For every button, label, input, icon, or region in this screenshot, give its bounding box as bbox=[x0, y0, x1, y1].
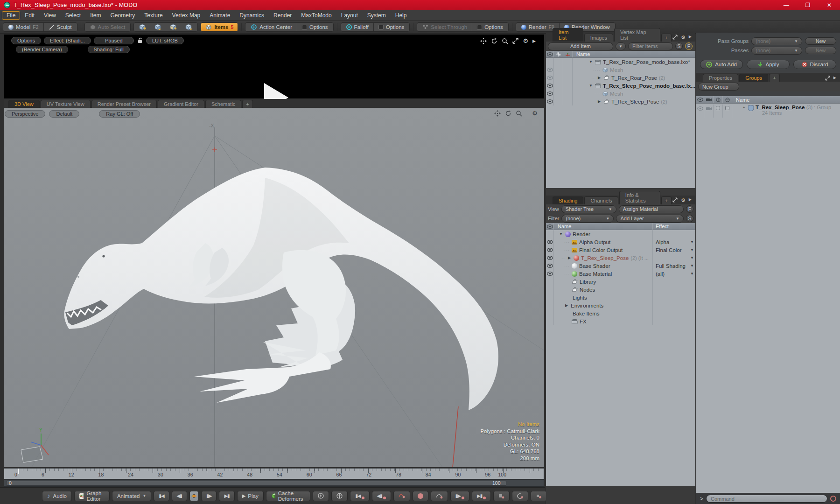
go-start-button[interactable]: ▮◀ bbox=[154, 491, 169, 501]
menu-geometry[interactable]: Geometry bbox=[106, 11, 140, 20]
table-row[interactable]: ···· Mesh bbox=[546, 90, 695, 98]
prev-frame-button[interactable]: ◀▮ bbox=[172, 491, 187, 501]
preview-camera-button[interactable]: (Render Camera) bbox=[16, 46, 68, 53]
rotate-icon[interactable] bbox=[491, 38, 497, 44]
expand-icon[interactable] bbox=[512, 38, 518, 44]
filter-dropdown[interactable]: (none)▼ bbox=[561, 215, 614, 223]
tab-info-statistics[interactable]: Info & Statistics bbox=[619, 191, 660, 204]
timeline-range-bar[interactable]: 0 100 bbox=[4, 479, 544, 487]
eye-icon[interactable] bbox=[547, 272, 553, 276]
raygl-button[interactable]: Ray GL: Off bbox=[99, 110, 140, 118]
falloff-options-button[interactable]: Options bbox=[374, 23, 409, 31]
trex-model[interactable] bbox=[64, 168, 498, 410]
table-row[interactable]: ·· ▶ T_Rex_Sleep_Pose (2) (It ... ▼ bbox=[546, 254, 695, 262]
zoom-icon[interactable] bbox=[516, 110, 522, 117]
effect-dropdown-arrow[interactable]: ▼ bbox=[689, 264, 695, 268]
eye-icon[interactable] bbox=[547, 99, 553, 104]
record-button[interactable] bbox=[413, 491, 428, 501]
table-row[interactable]: ▼ T_Rex_Roar_Pose_modo_base.lxo* bbox=[546, 58, 695, 66]
gear-icon[interactable]: ⚙ bbox=[681, 197, 686, 203]
auto-key-button[interactable] bbox=[431, 491, 448, 501]
menu-dynamics[interactable]: Dynamics bbox=[235, 11, 269, 20]
key-channels-button[interactable] bbox=[393, 491, 410, 501]
passes-dropdown[interactable]: (none)▼ bbox=[751, 47, 802, 55]
expander-closed-icon[interactable]: ▶ bbox=[597, 76, 602, 80]
frame-spinner-icon[interactable]: ◀▶ bbox=[191, 494, 197, 498]
filter-button[interactable]: F bbox=[685, 42, 693, 50]
tab-images[interactable]: Images bbox=[584, 34, 613, 42]
preview-lut-button[interactable]: LUT: sRGB bbox=[146, 37, 184, 44]
new-pass-button[interactable]: New bbox=[805, 47, 836, 54]
table-row[interactable]: ··· Alpha Output Alpha▼ bbox=[546, 238, 695, 246]
range-slider[interactable] bbox=[6, 481, 506, 486]
menu-texture[interactable]: Texture bbox=[140, 11, 167, 20]
panel-arrow-icon[interactable]: ▶ bbox=[689, 197, 692, 203]
view-dropdown[interactable]: Shader Tree▼ bbox=[561, 205, 616, 213]
sculpt-mode-button[interactable]: Sculpt bbox=[44, 23, 76, 31]
preview-paused-button[interactable]: Paused bbox=[94, 37, 134, 44]
select-through-options-button[interactable]: Options bbox=[473, 23, 507, 31]
gear-icon[interactable]: ⚙ bbox=[523, 37, 528, 44]
command-input[interactable] bbox=[706, 495, 827, 503]
menu-view[interactable]: View bbox=[39, 11, 61, 20]
eye-icon[interactable] bbox=[547, 76, 553, 80]
expand-icon[interactable] bbox=[672, 35, 678, 40]
key-rotate-button[interactable] bbox=[512, 491, 528, 501]
select-through-button[interactable]: Select Through bbox=[418, 23, 471, 31]
expander-open-icon[interactable]: ▼ bbox=[588, 60, 593, 64]
perspective-button[interactable]: Perspective bbox=[5, 110, 45, 118]
expander-open-icon[interactable]: ▼ bbox=[559, 232, 563, 236]
expander-closed-icon[interactable]: ▶ bbox=[567, 256, 572, 260]
camera-icon[interactable] bbox=[706, 106, 712, 111]
toggle-checkbox[interactable] bbox=[725, 106, 729, 110]
gear-icon[interactable]: ⚙ bbox=[681, 35, 686, 41]
action-center-button[interactable]: Action Center bbox=[246, 23, 296, 31]
table-row[interactable]: ··· Final Color Output Final Color▼ bbox=[546, 246, 695, 254]
panel-arrow-icon[interactable]: ▶ bbox=[833, 76, 836, 81]
panel-arrow-icon[interactable]: ▶ bbox=[532, 39, 536, 43]
prev-key-button[interactable]: ◀▮ bbox=[372, 491, 391, 501]
group-row[interactable]: + T_Rex_Sleep_Pose (3) : Group 24 Items bbox=[696, 104, 840, 118]
menu-maxtomodo[interactable]: MaxToModo bbox=[296, 11, 336, 20]
tab-add-button[interactable]: + bbox=[661, 196, 672, 204]
tab-render-preset-browser[interactable]: Render Preset Browser bbox=[91, 100, 157, 108]
vertices-mode-button[interactable] bbox=[135, 23, 150, 31]
effect-dropdown-arrow[interactable]: ▼ bbox=[689, 240, 695, 244]
pass-groups-dropdown[interactable]: (none)▼ bbox=[751, 37, 802, 45]
tab-groups[interactable]: Groups bbox=[739, 74, 768, 82]
viewport-3d[interactable]: Y Perspective Default Ray GL: Off ⚙ -X N… bbox=[4, 108, 544, 467]
expand-icon[interactable] bbox=[672, 197, 678, 203]
eye-icon[interactable] bbox=[547, 248, 553, 252]
table-row[interactable]: Bake Items bbox=[546, 309, 695, 317]
edges-mode-button[interactable] bbox=[150, 23, 166, 31]
menu-animate[interactable]: Animate bbox=[205, 11, 235, 20]
auto-add-button[interactable]: Auto Add bbox=[700, 60, 743, 69]
effect-dropdown-arrow[interactable]: ▼ bbox=[689, 272, 695, 276]
prev-keyframe-button[interactable]: ▮◀ bbox=[350, 491, 369, 501]
key-scale-button[interactable] bbox=[531, 491, 547, 501]
next-key-button[interactable]: ▮▶ bbox=[450, 491, 469, 501]
sort-button[interactable]: S bbox=[686, 215, 693, 222]
table-row[interactable]: Library bbox=[546, 278, 695, 286]
macro-record-icon[interactable] bbox=[830, 496, 836, 502]
pan-icon[interactable] bbox=[480, 38, 487, 44]
timeline[interactable]: 06121824303642485460667278849096 100 0 1… bbox=[4, 468, 544, 487]
polygons-mode-button[interactable] bbox=[166, 23, 181, 31]
menu-select[interactable]: Select bbox=[61, 11, 85, 20]
table-row[interactable]: Nodes bbox=[546, 286, 695, 294]
eye-icon[interactable] bbox=[547, 240, 553, 244]
menu-edit[interactable]: Edit bbox=[20, 11, 39, 20]
materials-mode-button[interactable] bbox=[181, 23, 196, 31]
items-mode-button[interactable]: Items 5 bbox=[201, 23, 238, 31]
action-center-options-button[interactable]: Options bbox=[298, 23, 332, 31]
menu-render[interactable]: Render bbox=[269, 11, 296, 20]
panel-arrow-icon[interactable]: ▶ bbox=[689, 35, 692, 41]
expander-closed-icon[interactable]: ▶ bbox=[564, 303, 569, 308]
render-preview-pane[interactable]: Options Effect: (Shadi... Paused LUT: sR… bbox=[4, 35, 544, 98]
tab-add-button[interactable]: + bbox=[769, 74, 779, 82]
table-row[interactable]: Lights bbox=[546, 294, 695, 301]
expander-plus-icon[interactable]: + bbox=[742, 105, 746, 110]
discard-button[interactable]: Discard bbox=[793, 60, 836, 69]
close-button[interactable]: ✕ bbox=[819, 0, 840, 10]
graph-editor-button[interactable]: Graph Editor bbox=[74, 491, 110, 501]
